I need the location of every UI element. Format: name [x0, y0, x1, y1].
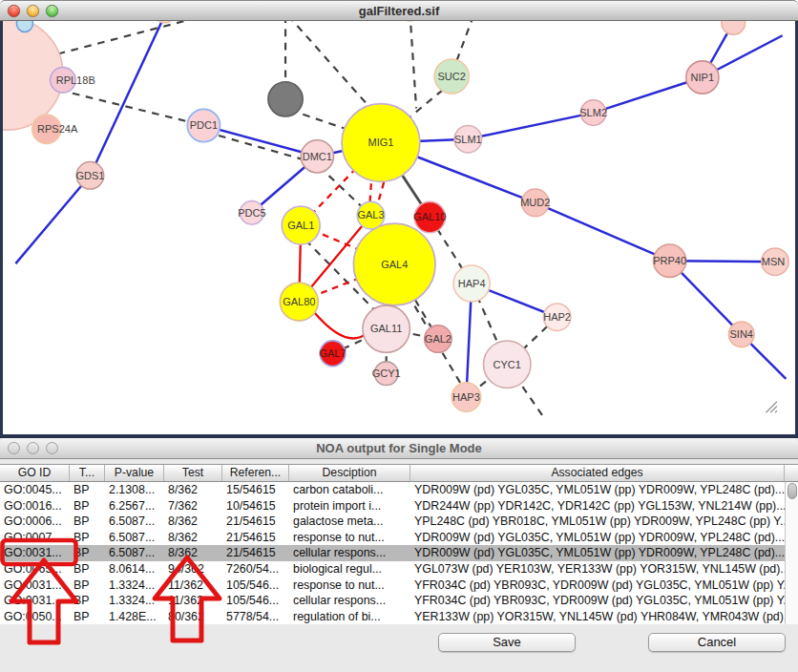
- cell-description: protein import i...: [289, 498, 410, 514]
- cell-test: 7/362: [164, 498, 222, 514]
- node-slm1[interactable]: SLM1: [454, 125, 482, 153]
- cell-pvalue: 8.0614...: [105, 561, 164, 578]
- column-header-type[interactable]: T...: [70, 465, 105, 481]
- table-row[interactable]: GO:0016...BP6.2567...7/36210/54615protei…: [0, 498, 798, 514]
- node-nip1[interactable]: NIP1: [686, 61, 719, 94]
- node-label: SIN4: [730, 328, 754, 340]
- node-gal1[interactable]: GAL1: [282, 206, 320, 244]
- table-row-selected[interactable]: GO:0031...BP6.5087...8/36221/54615cellul…: [0, 545, 798, 561]
- node-label: PDC5: [238, 207, 265, 219]
- node-mig1[interactable]: MIG1: [342, 104, 420, 182]
- node-gal3[interactable]: GAL3: [357, 201, 385, 229]
- cell-type: BP: [70, 593, 105, 609]
- table-row[interactable]: GO:0050...BP1.428E...80/3625778/54...reg…: [0, 609, 798, 625]
- column-header-description[interactable]: Desciption: [289, 465, 410, 481]
- table-body: GO:0045...BP2.1308...8/36215/54615carbon…: [0, 482, 798, 624]
- node-pdc1[interactable]: PDC1: [187, 109, 220, 141]
- node-mud2[interactable]: MUD2: [520, 189, 550, 217]
- table-row[interactable]: GO:0031...BP1.3324...11/362105/546...res…: [0, 578, 798, 594]
- node-label: HAP2: [543, 311, 571, 323]
- resize-grip[interactable]: [766, 402, 776, 412]
- column-header-pvalue[interactable]: P-value: [105, 465, 164, 481]
- cell-test: 80/362: [164, 609, 222, 625]
- node-hap2[interactable]: HAP2: [543, 304, 571, 331]
- node-label: GCY1: [372, 368, 401, 379]
- node-label: DMC1: [303, 151, 332, 162]
- table-row[interactable]: GO:0006...BP6.5087...8/36221/54615galact…: [0, 514, 798, 530]
- node-label: HAP4: [458, 278, 486, 289]
- cell-description: response to nut...: [289, 530, 410, 546]
- column-header-reference[interactable]: Referen...: [222, 465, 289, 481]
- graph-window: galFiltered.sif: [0, 0, 798, 436]
- cell-go-id: GO:0065...: [0, 561, 70, 578]
- node-corner[interactable]: [16, 21, 32, 32]
- node-label: HAP3: [452, 391, 480, 403]
- network-canvas[interactable]: RPL18B RPS24A GDS1 PDC1 DMC1 MIG1 SUC2: [0, 21, 798, 434]
- cancel-button[interactable]: Cancel: [648, 633, 786, 652]
- node-msn[interactable]: MSN: [762, 248, 789, 276]
- cell-go-id: GO:0031...: [0, 593, 70, 609]
- cell-reference: 5778/54...: [222, 609, 289, 625]
- table-row[interactable]: GO:0031...BP1.3324...11/362105/546...cel…: [0, 593, 798, 609]
- cell-go-id: GO:0016...: [0, 498, 70, 514]
- node-suc2[interactable]: SUC2: [434, 59, 469, 94]
- node-gal7[interactable]: GAL7: [319, 341, 346, 367]
- node-label: RPL18B: [56, 74, 95, 86]
- cell-reference: 21/54615: [222, 530, 289, 546]
- cell-description: carbon cataboli...: [289, 482, 410, 498]
- node-circle: [268, 82, 303, 116]
- node-gal10[interactable]: GAL10: [413, 201, 446, 232]
- node-label: GAL2: [425, 333, 452, 345]
- cell-test: 11/362: [164, 593, 222, 609]
- node-hap3[interactable]: HAP3: [452, 383, 480, 411]
- cell-reference: 105/546...: [222, 593, 289, 609]
- node-top-pink-1[interactable]: [154, 21, 176, 23]
- table-row[interactable]: GO:0007...BP6.5087...8/36221/54615respon…: [0, 530, 798, 546]
- node-top-pink-2[interactable]: [722, 21, 746, 34]
- vertical-scrollbar[interactable]: [785, 482, 798, 624]
- node-gcy1[interactable]: GCY1: [372, 362, 401, 386]
- node-rps24a[interactable]: RPS24A: [32, 115, 78, 143]
- scrollbar-thumb[interactable]: [788, 483, 797, 499]
- node-dmc1[interactable]: DMC1: [301, 140, 333, 173]
- cell-pvalue: 1.3324...: [105, 593, 164, 609]
- cell-edges: YDR244W (pp) YDR142C, YDR142C (pp) YGL15…: [410, 498, 785, 514]
- column-header-test[interactable]: Test: [164, 465, 222, 481]
- node-gds1[interactable]: GDS1: [75, 162, 104, 190]
- cell-go-id: GO:0031...: [0, 578, 70, 594]
- cell-description: cellular respons...: [289, 545, 410, 561]
- node-label: GAL1: [287, 220, 314, 231]
- column-header-go-id[interactable]: GO ID: [0, 465, 70, 481]
- node-label: MIG1: [368, 136, 393, 148]
- noa-window-title: NOA output for Single Mode: [0, 441, 798, 455]
- node-cyc1[interactable]: CYC1: [484, 341, 531, 388]
- node-slm2[interactable]: SLM2: [579, 100, 607, 126]
- node-gal4[interactable]: GAL4: [353, 223, 435, 305]
- cell-type: BP: [70, 514, 105, 530]
- save-button[interactable]: Save: [438, 633, 576, 652]
- node-label: GAL11: [370, 323, 402, 334]
- column-header-spacer: [785, 465, 798, 481]
- cell-reference: 21/54615: [222, 545, 289, 561]
- cell-type: BP: [70, 609, 105, 625]
- table-row[interactable]: GO:0045...BP2.1308...8/36215/54615carbon…: [0, 482, 798, 498]
- table-row[interactable]: GO:0065...BP8.0614...94/3627260/54...bio…: [0, 561, 798, 578]
- node-gal80[interactable]: GAL80: [280, 283, 318, 321]
- cell-edges: YDR009W (pd) YGL035C, YML051W (pp) YDR00…: [410, 482, 785, 498]
- node-unlabeled-gray[interactable]: [268, 82, 303, 116]
- node-prp40[interactable]: PRP40: [653, 244, 686, 277]
- noa-window: NOA output for Single Mode GO ID T... P-…: [0, 436, 798, 672]
- node-gal11[interactable]: GAL11: [363, 305, 410, 352]
- cell-pvalue: 2.1308...: [105, 482, 164, 498]
- node-rpl18b[interactable]: RPL18B: [51, 68, 95, 94]
- cell-reference: 10/54615: [222, 498, 289, 514]
- node-circle: [722, 21, 746, 34]
- node-gal2[interactable]: GAL2: [425, 326, 452, 353]
- cell-go-id: GO:0045...: [0, 482, 70, 498]
- cell-test: 8/362: [164, 482, 222, 498]
- node-hap4[interactable]: HAP4: [453, 265, 490, 302]
- column-header-associated-edges[interactable]: Associated edges: [410, 465, 785, 481]
- node-sin4[interactable]: SIN4: [728, 322, 754, 347]
- cell-test: 8/362: [164, 530, 222, 546]
- node-label: SLM1: [454, 134, 482, 145]
